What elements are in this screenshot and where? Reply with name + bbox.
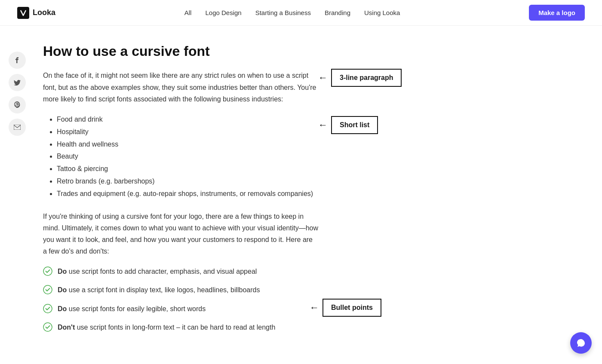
page-wrapper: How to use a cursive font On the face of… bbox=[0, 26, 602, 364]
twitter-icon bbox=[14, 80, 21, 86]
check-list: Do use script fonts to add character, em… bbox=[43, 266, 318, 333]
annotation-bullet-points: ← Bullet points bbox=[310, 299, 430, 317]
annotation-arrow: ← bbox=[318, 72, 328, 83]
logo[interactable]: Looka bbox=[17, 7, 55, 19]
intro-paragraph: On the face of it, it might not seem lik… bbox=[43, 70, 318, 105]
svg-point-3 bbox=[43, 285, 52, 294]
nav-links: All Logo Design Starting a Business Bran… bbox=[184, 9, 400, 17]
navbar: Looka All Logo Design Starting a Busines… bbox=[0, 0, 602, 26]
annotation-three-line: ← 3-line paragraph bbox=[318, 69, 439, 87]
check-label: Do bbox=[58, 305, 67, 312]
chat-button[interactable] bbox=[570, 332, 592, 354]
check-label: Do bbox=[58, 286, 67, 294]
short-list: Food and drink Hospitality Health and we… bbox=[43, 113, 318, 200]
main-content: How to use a cursive font On the face of… bbox=[34, 26, 344, 364]
facebook-icon bbox=[14, 57, 20, 63]
nav-starting-business[interactable]: Starting a Business bbox=[255, 9, 311, 16]
svg-point-2 bbox=[43, 267, 52, 275]
annotation-box-short-list: Short list bbox=[331, 116, 378, 134]
svg-point-4 bbox=[43, 304, 52, 313]
chat-icon bbox=[576, 338, 586, 348]
list-item: Retro brands (e.g. barbershops) bbox=[57, 175, 318, 188]
pinterest-share-button[interactable] bbox=[9, 96, 26, 113]
nav-branding[interactable]: Branding bbox=[325, 9, 350, 16]
logo-text: Looka bbox=[33, 8, 55, 17]
social-sidebar bbox=[0, 26, 34, 364]
check-item-2: Do use a script font in display text, li… bbox=[43, 284, 318, 296]
article-title: How to use a cursive font bbox=[43, 43, 318, 59]
email-share-button[interactable] bbox=[9, 119, 26, 136]
list-item: Hospitality bbox=[57, 126, 318, 138]
nav-logo-design[interactable]: Logo Design bbox=[205, 9, 241, 16]
logo-icon bbox=[17, 7, 29, 19]
check-label: Don't bbox=[58, 324, 75, 331]
check-circle-icon bbox=[43, 322, 52, 332]
twitter-share-button[interactable] bbox=[9, 74, 26, 91]
list-item: Tattoo & piercing bbox=[57, 163, 318, 175]
check-circle-icon bbox=[43, 266, 52, 276]
facebook-share-button[interactable] bbox=[9, 52, 26, 69]
annotation-box-bullet-points: Bullet points bbox=[322, 299, 381, 317]
check-text: use script fonts for easily legible, sho… bbox=[69, 305, 206, 312]
dos-donts-paragraph: If you're thinking of using a cursive fo… bbox=[43, 211, 318, 257]
nav-all[interactable]: All bbox=[184, 9, 192, 16]
check-circle-icon bbox=[43, 304, 52, 313]
check-item-1: Do use script fonts to add character, em… bbox=[43, 266, 318, 277]
annotation-short-list: ← Short list bbox=[318, 116, 430, 134]
check-circle-icon bbox=[43, 285, 52, 294]
email-icon bbox=[14, 125, 21, 130]
list-item: Trades and equipment (e.g. auto-repair s… bbox=[57, 188, 318, 200]
make-logo-button[interactable]: Make a logo bbox=[529, 5, 585, 21]
check-text: use a script font in display text, like … bbox=[69, 286, 260, 294]
list-item: Food and drink bbox=[57, 113, 318, 126]
list-item: Beauty bbox=[57, 150, 318, 163]
list-item: Health and wellness bbox=[57, 138, 318, 151]
svg-rect-0 bbox=[17, 7, 29, 19]
annotations-area: ← 3-line paragraph ← Short list ← Bullet… bbox=[344, 26, 482, 364]
svg-rect-1 bbox=[14, 125, 21, 130]
annotation-box-three-line: 3-line paragraph bbox=[331, 69, 402, 87]
annotation-arrow: ← bbox=[318, 119, 328, 131]
check-item-4: Don't use script fonts in long-form text… bbox=[43, 321, 318, 333]
svg-point-5 bbox=[43, 323, 52, 331]
pinterest-icon bbox=[14, 101, 20, 108]
check-text: use script fonts in long-form text – it … bbox=[77, 324, 276, 331]
nav-using-looka[interactable]: Using Looka bbox=[364, 9, 400, 16]
check-text: use script fonts to add character, empha… bbox=[69, 268, 257, 275]
check-label: Do bbox=[58, 268, 67, 275]
check-item-3: Do use script fonts for easily legible, … bbox=[43, 303, 318, 315]
annotation-arrow: ← bbox=[310, 302, 319, 313]
